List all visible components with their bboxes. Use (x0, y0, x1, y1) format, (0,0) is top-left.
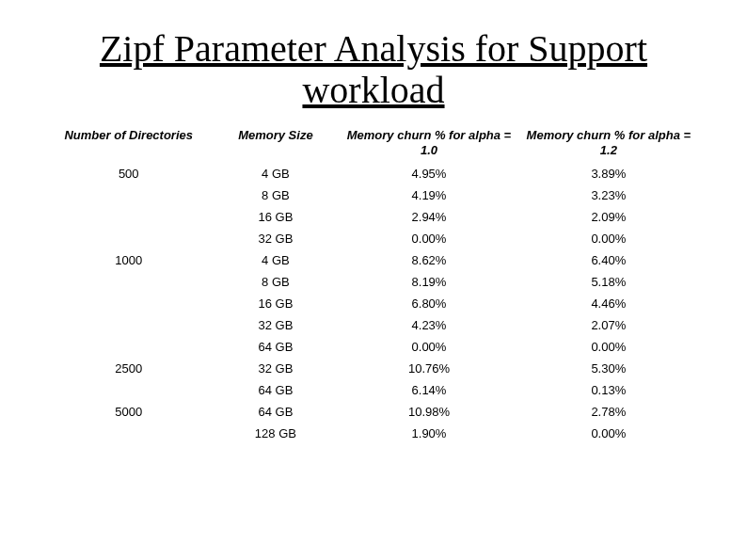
table-row: 8 GB4.19%3.23% (47, 184, 700, 206)
cell-churn-alpha-1-0: 6.14% (341, 379, 517, 401)
cell-directories (47, 336, 211, 358)
cell-churn-alpha-1-0: 1.90% (341, 423, 517, 444)
table-row: 500064 GB10.98%2.78% (47, 401, 700, 423)
table-row: 5004 GB4.95%3.89% (47, 163, 700, 184)
table-row: 32 GB4.23%2.07% (47, 314, 700, 336)
table-row: 128 GB1.90%0.00% (47, 423, 700, 444)
table-row: 250032 GB10.76%5.30% (47, 358, 700, 379)
cell-churn-alpha-1-2: 2.07% (517, 314, 700, 336)
cell-churn-alpha-1-2: 2.09% (517, 206, 700, 228)
cell-churn-alpha-1-0: 10.98% (341, 401, 517, 423)
page-title: Zipf Parameter Analysis for Support work… (47, 28, 700, 111)
cell-directories (47, 314, 211, 336)
header-churn-1-0: Memory churn % for alpha = 1.0 (341, 124, 517, 163)
cell-memory-size: 128 GB (211, 423, 342, 444)
cell-churn-alpha-1-0: 0.00% (341, 228, 517, 249)
cell-churn-alpha-1-0: 4.95% (341, 163, 517, 184)
cell-churn-alpha-1-2: 3.23% (517, 184, 700, 206)
cell-directories (47, 184, 211, 206)
cell-churn-alpha-1-0: 4.19% (341, 184, 517, 206)
cell-directories: 2500 (47, 358, 211, 379)
cell-memory-size: 16 GB (211, 206, 342, 228)
cell-directories (47, 379, 211, 401)
header-churn-1-2: Memory churn % for alpha = 1.2 (517, 124, 700, 163)
cell-directories (47, 293, 211, 314)
cell-churn-alpha-1-0: 2.94% (341, 206, 517, 228)
cell-churn-alpha-1-2: 2.78% (517, 401, 700, 423)
table-row: 64 GB6.14%0.13% (47, 379, 700, 401)
cell-churn-alpha-1-0: 0.00% (341, 336, 517, 358)
cell-memory-size: 8 GB (211, 271, 342, 293)
cell-memory-size: 32 GB (211, 358, 342, 379)
cell-churn-alpha-1-2: 0.00% (517, 336, 700, 358)
cell-memory-size: 4 GB (211, 249, 342, 271)
table-row: 16 GB6.80%4.46% (47, 293, 700, 314)
table-row: 64 GB0.00%0.00% (47, 336, 700, 358)
cell-churn-alpha-1-0: 10.76% (341, 358, 517, 379)
data-table: Number of Directories Memory Size Memory… (47, 124, 700, 444)
cell-memory-size: 16 GB (211, 293, 342, 314)
cell-churn-alpha-1-2: 4.46% (517, 293, 700, 314)
table-header-row: Number of Directories Memory Size Memory… (47, 124, 700, 163)
cell-directories (47, 271, 211, 293)
cell-directories: 1000 (47, 249, 211, 271)
cell-directories: 500 (47, 163, 211, 184)
cell-memory-size: 32 GB (211, 228, 342, 249)
cell-churn-alpha-1-2: 6.40% (517, 249, 700, 271)
cell-churn-alpha-1-2: 0.00% (517, 228, 700, 249)
cell-memory-size: 64 GB (211, 401, 342, 423)
cell-churn-alpha-1-2: 5.30% (517, 358, 700, 379)
cell-directories (47, 423, 211, 444)
header-memory-size: Memory Size (211, 124, 342, 163)
cell-memory-size: 32 GB (211, 314, 342, 336)
cell-memory-size: 64 GB (211, 379, 342, 401)
cell-directories (47, 228, 211, 249)
cell-memory-size: 4 GB (211, 163, 342, 184)
header-directories: Number of Directories (47, 124, 211, 163)
cell-churn-alpha-1-2: 3.89% (517, 163, 700, 184)
cell-churn-alpha-1-0: 8.19% (341, 271, 517, 293)
table-row: 16 GB2.94%2.09% (47, 206, 700, 228)
cell-churn-alpha-1-0: 6.80% (341, 293, 517, 314)
table-row: 8 GB8.19%5.18% (47, 271, 700, 293)
cell-directories: 5000 (47, 401, 211, 423)
cell-memory-size: 64 GB (211, 336, 342, 358)
cell-directories (47, 206, 211, 228)
cell-churn-alpha-1-0: 8.62% (341, 249, 517, 271)
table-row: 32 GB0.00%0.00% (47, 228, 700, 249)
cell-churn-alpha-1-2: 0.13% (517, 379, 700, 401)
cell-memory-size: 8 GB (211, 184, 342, 206)
cell-churn-alpha-1-0: 4.23% (341, 314, 517, 336)
table-row: 10004 GB8.62%6.40% (47, 249, 700, 271)
cell-churn-alpha-1-2: 5.18% (517, 271, 700, 293)
cell-churn-alpha-1-2: 0.00% (517, 423, 700, 444)
